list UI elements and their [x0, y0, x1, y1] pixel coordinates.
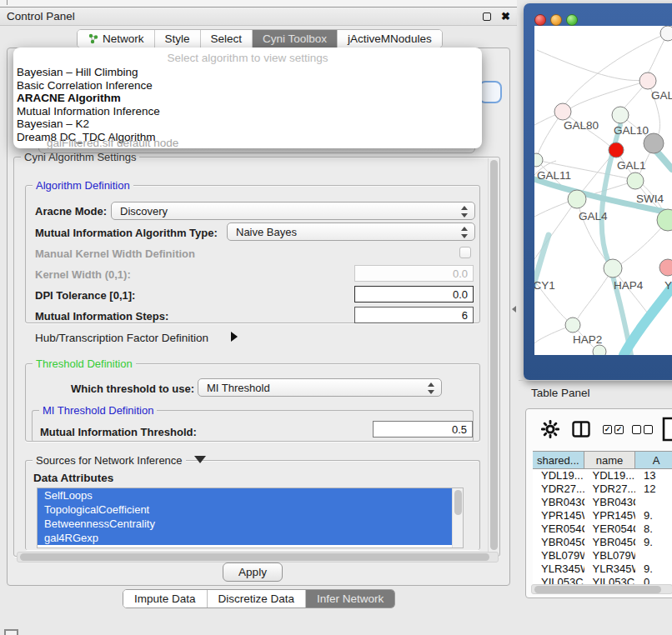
settings-vertical-scrollbar[interactable]: [488, 158, 499, 553]
table-row[interactable]: YIL053CYIL053C0.: [533, 576, 672, 584]
network-node[interactable]: [593, 345, 606, 355]
attribute-item-betweennesscentrality[interactable]: BetweennessCentrality: [38, 517, 463, 531]
table-cell[interactable]: YER054C: [584, 522, 636, 536]
network-canvas[interactable]: GALGAL80GAL10GAL1GAL11SWI4GAL4GCY1HAP4YH…: [534, 26, 672, 355]
list-scrollbar[interactable]: [452, 488, 463, 548]
collapse-down-icon[interactable]: [194, 456, 206, 463]
table-cell[interactable]: YBR043C: [584, 496, 636, 509]
table-row[interactable]: YLR345WYLR345W9.: [533, 562, 672, 576]
deselect-all-icon[interactable]: [632, 425, 641, 434]
network-node-hap2[interactable]: [565, 318, 580, 332]
network-node[interactable]: [644, 133, 664, 153]
table-row[interactable]: YPR145WYPR145W9.: [533, 509, 672, 522]
panel-collapse-arrow[interactable]: [512, 306, 516, 312]
select-all-icon[interactable]: ✓: [603, 425, 612, 434]
table-horizontal-scrollbar[interactable]: [531, 584, 672, 594]
table-cell[interactable]: YDL19...: [584, 469, 636, 482]
network-node-gal4[interactable]: [568, 190, 586, 208]
table-cell[interactable]: YER054C: [533, 522, 584, 536]
bottom-tab-discretize-data[interactable]: Discretize Data: [208, 590, 307, 608]
network-node[interactable]: [660, 26, 672, 41]
table-cell[interactable]: YBL079W: [584, 549, 636, 562]
table-row[interactable]: YBR045CYBR045C9.: [533, 536, 672, 549]
network-node-gal[interactable]: [639, 72, 656, 89]
table-cell[interactable]: YLR345W: [584, 562, 636, 576]
which-threshold-combo[interactable]: MI Threshold: [198, 378, 442, 397]
table-cell[interactable]: 9.: [635, 536, 672, 549]
table-row[interactable]: YBR043CYBR043C: [533, 496, 672, 509]
table-cell[interactable]: 0.: [635, 576, 672, 584]
table-cell[interactable]: YPR145W: [584, 509, 636, 522]
attribute-item-gal4rgexp[interactable]: gal4RGexp: [38, 531, 463, 545]
gear-icon[interactable]: [541, 420, 559, 438]
table-cell[interactable]: [635, 549, 672, 562]
column-header-a[interactable]: A: [635, 452, 672, 468]
table-cell[interactable]: YBR045C: [584, 536, 636, 549]
dpi-tolerance-field[interactable]: [354, 286, 474, 302]
network-node-gal10[interactable]: [612, 107, 629, 123]
column-header-name[interactable]: name: [584, 452, 636, 468]
table-cell[interactable]: 9.: [635, 509, 672, 522]
algorithm-item-mutual-information-inference[interactable]: Mutual Information Inference: [13, 105, 482, 118]
tab-select[interactable]: Select: [201, 30, 253, 48]
columns-icon[interactable]: [572, 421, 590, 438]
table-cell[interactable]: YDL19...: [533, 469, 584, 482]
algorithm-item-bayesian-hill-climbing[interactable]: Bayesian – Hill Climbing: [13, 66, 482, 79]
apply-button[interactable]: Apply: [223, 562, 283, 582]
aracne-mode-combo[interactable]: Discovery: [111, 202, 475, 220]
network-node-swi4[interactable]: [627, 172, 644, 189]
float-panel-icon[interactable]: [483, 12, 491, 21]
mi-threshold-field[interactable]: [373, 421, 473, 438]
manual-kernel-checkbox[interactable]: [459, 247, 471, 258]
table-cell[interactable]: YBR045C: [533, 536, 584, 549]
network-node-gal11[interactable]: [534, 153, 543, 167]
table-row[interactable]: YDR27...YDR27...12: [533, 482, 672, 496]
document-icon[interactable]: [662, 417, 672, 442]
focused-combo-fragment[interactable]: [479, 81, 502, 103]
mi-steps-field[interactable]: [354, 307, 474, 323]
bottom-tab-impute-data[interactable]: Impute Data: [123, 590, 208, 608]
table-row[interactable]: YBL079WYBL079W: [533, 549, 672, 562]
minimize-window-icon[interactable]: [550, 14, 562, 26]
network-node-hap4[interactable]: [604, 259, 622, 278]
close-icon[interactable]: ✖: [501, 11, 510, 22]
select-all-icon[interactable]: ✓: [614, 425, 624, 434]
algorithm-item-bayesian-k2[interactable]: Bayesian – K2: [13, 118, 482, 131]
tab-network[interactable]: Network: [78, 30, 155, 48]
tab-cyni-toolbox[interactable]: Cyni Toolbox: [253, 30, 338, 48]
table-cell[interactable]: [635, 496, 672, 509]
table-cell[interactable]: 12: [635, 482, 672, 496]
maximize-window-icon[interactable]: [566, 14, 578, 26]
collapsed-panel-icon[interactable]: [4, 629, 18, 635]
table-cell[interactable]: YPR145W: [533, 509, 584, 522]
table-cell[interactable]: YLR345W: [533, 562, 584, 576]
table-cell[interactable]: 13: [635, 469, 672, 482]
table-cell[interactable]: YDR27...: [584, 482, 636, 496]
settings-horizontal-scrollbar[interactable]: [17, 552, 499, 562]
table-cell[interactable]: YBL079W: [533, 549, 584, 562]
table-cell[interactable]: 9.: [635, 562, 672, 576]
deselect-all-icon[interactable]: [644, 425, 653, 434]
algorithm-item-aracne-algorithm[interactable]: ARACNE Algorithm: [13, 92, 482, 105]
column-header-shared[interactable]: shared...: [533, 452, 584, 468]
network-node-gal80[interactable]: [554, 103, 571, 120]
data-attributes-list[interactable]: SelfLoopsTopologicalCoefficientBetweenne…: [37, 488, 464, 548]
table-row[interactable]: YER054CYER054C8.: [533, 522, 672, 536]
table-cell[interactable]: YBR043C: [533, 496, 584, 509]
mi-algorithm-type-combo[interactable]: Naive Bayes: [227, 222, 475, 241]
network-node-y[interactable]: [659, 259, 672, 276]
bottom-tab-infer-network[interactable]: Infer Network: [306, 590, 394, 608]
close-window-icon[interactable]: [534, 14, 546, 26]
table-row[interactable]: YDL19...YDL19...13: [533, 469, 672, 482]
algorithm-item-basic-correlation-inference[interactable]: Basic Correlation Inference: [13, 79, 482, 92]
tab-jactivemnodules[interactable]: jActiveMNodules: [338, 30, 442, 48]
attribute-item-selfloops[interactable]: SelfLoops: [38, 488, 463, 502]
expand-right-icon[interactable]: [231, 332, 238, 342]
tab-style[interactable]: Style: [155, 30, 201, 48]
network-node-gal1[interactable]: [609, 142, 624, 158]
table-cell[interactable]: YIL053C: [533, 576, 584, 584]
kernel-width-field[interactable]: [354, 265, 474, 282]
table-cell[interactable]: 8.: [635, 522, 672, 536]
attribute-item-topologicalcoefficient[interactable]: TopologicalCoefficient: [38, 502, 463, 517]
table-cell[interactable]: YIL053C: [584, 576, 636, 584]
